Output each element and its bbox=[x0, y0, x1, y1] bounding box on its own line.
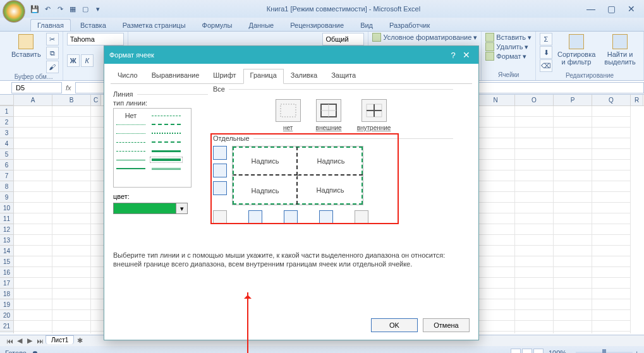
cell[interactable] bbox=[592, 128, 631, 138]
col-header[interactable]: C bbox=[91, 95, 101, 105]
clear-icon[interactable]: ⌫ bbox=[540, 59, 552, 72]
ribbon-tab-data[interactable]: Данные bbox=[241, 19, 281, 31]
cell[interactable] bbox=[554, 289, 592, 299]
cell[interactable] bbox=[477, 310, 515, 321]
cell[interactable] bbox=[477, 106, 515, 117]
cell[interactable] bbox=[14, 203, 52, 213]
cell[interactable] bbox=[52, 117, 91, 128]
ribbon-tab-layout[interactable]: Разметка страницы bbox=[116, 19, 193, 31]
cell[interactable] bbox=[14, 128, 52, 138]
line-style-option[interactable] bbox=[116, 151, 145, 152]
cell[interactable] bbox=[477, 149, 515, 160]
cell[interactable] bbox=[515, 192, 554, 203]
cell[interactable] bbox=[14, 224, 52, 235]
row-header[interactable]: 13 bbox=[0, 235, 14, 246]
cell[interactable] bbox=[554, 278, 592, 289]
cell[interactable] bbox=[554, 203, 592, 213]
cell[interactable] bbox=[592, 299, 631, 310]
name-box[interactable]: D5 bbox=[11, 82, 62, 93]
cell[interactable] bbox=[515, 213, 554, 224]
cell[interactable] bbox=[52, 278, 91, 289]
cell[interactable] bbox=[477, 203, 515, 213]
cell[interactable] bbox=[52, 160, 91, 171]
cell[interactable] bbox=[14, 256, 52, 267]
row-header[interactable]: 11 bbox=[0, 213, 14, 224]
cell[interactable] bbox=[592, 138, 631, 149]
cell[interactable] bbox=[515, 160, 554, 171]
line-style-option[interactable] bbox=[152, 141, 181, 143]
cell[interactable] bbox=[515, 321, 554, 332]
cell[interactable] bbox=[14, 267, 52, 278]
cell[interactable] bbox=[477, 235, 515, 246]
line-style-listbox[interactable]: Нет bbox=[113, 108, 191, 188]
cell[interactable] bbox=[477, 160, 515, 171]
line-style-option[interactable] bbox=[116, 142, 145, 143]
cell[interactable] bbox=[477, 138, 515, 149]
cell[interactable] bbox=[14, 278, 52, 289]
cell[interactable] bbox=[554, 310, 592, 321]
cell[interactable] bbox=[477, 246, 515, 256]
row-header[interactable]: 4 bbox=[0, 138, 14, 149]
cell[interactable] bbox=[52, 321, 91, 332]
color-dropdown-icon[interactable]: ▾ bbox=[176, 203, 188, 214]
line-style-option[interactable] bbox=[152, 116, 181, 116]
paste-button[interactable]: Вставить bbox=[9, 33, 44, 73]
cell[interactable] bbox=[14, 213, 52, 224]
cell[interactable] bbox=[477, 181, 515, 192]
cell[interactable] bbox=[14, 235, 52, 246]
cell[interactable] bbox=[14, 106, 52, 117]
macro-record-icon[interactable]: ⏺ bbox=[32, 349, 39, 353]
cell[interactable] bbox=[515, 235, 554, 246]
row-header[interactable]: 21 bbox=[0, 321, 14, 332]
qat-2-icon[interactable]: ▢ bbox=[80, 3, 91, 15]
format-painter-icon[interactable]: 🖌 bbox=[46, 61, 59, 73]
line-style-option[interactable] bbox=[152, 150, 181, 152]
row-header[interactable]: 9 bbox=[0, 192, 14, 203]
cell[interactable] bbox=[52, 256, 91, 267]
cell[interactable] bbox=[52, 149, 91, 160]
view-layout-icon[interactable] bbox=[522, 349, 532, 353]
cell[interactable] bbox=[592, 192, 631, 203]
cell[interactable] bbox=[477, 289, 515, 299]
line-style-option[interactable] bbox=[152, 124, 181, 125]
cell[interactable] bbox=[477, 224, 515, 235]
zoom-thumb[interactable] bbox=[602, 349, 606, 353]
row-header[interactable]: 3 bbox=[0, 128, 14, 138]
cell[interactable] bbox=[477, 332, 515, 333]
ok-button[interactable]: OK bbox=[371, 318, 418, 332]
cell[interactable] bbox=[477, 213, 515, 224]
cell[interactable] bbox=[515, 289, 554, 299]
sheet-nav-first-icon[interactable]: ⏮ bbox=[5, 337, 14, 345]
sheet-nav-last-icon[interactable]: ⏭ bbox=[35, 337, 44, 345]
dialog-help-icon[interactable]: ? bbox=[447, 51, 459, 60]
cell[interactable] bbox=[52, 192, 91, 203]
cell[interactable] bbox=[52, 171, 91, 181]
cell[interactable] bbox=[554, 181, 592, 192]
cell[interactable] bbox=[52, 267, 91, 278]
cell[interactable] bbox=[515, 149, 554, 160]
redo-icon[interactable]: ↷ bbox=[54, 3, 66, 15]
cell[interactable] bbox=[14, 171, 52, 181]
ribbon-tab-developer[interactable]: Разработчик bbox=[382, 19, 437, 31]
cancel-button[interactable]: Отмена bbox=[423, 318, 470, 332]
select-all-corner[interactable] bbox=[0, 95, 14, 105]
col-header[interactable]: B bbox=[52, 95, 91, 105]
line-style-option[interactable] bbox=[116, 168, 145, 169]
sheet-nav-prev-icon[interactable]: ◀ bbox=[15, 337, 24, 345]
conditional-formatting-button[interactable]: Условное форматирование▾ bbox=[372, 33, 477, 42]
dlg-tab-fill[interactable]: Заливка bbox=[284, 69, 324, 84]
row-header[interactable]: 15 bbox=[0, 256, 14, 267]
cell[interactable] bbox=[592, 117, 631, 128]
preset-none-button[interactable] bbox=[276, 99, 301, 122]
save-icon[interactable]: 💾 bbox=[29, 3, 40, 15]
preset-outline-button[interactable] bbox=[316, 99, 341, 122]
fill-icon[interactable]: ⬇ bbox=[540, 46, 552, 59]
cell[interactable] bbox=[554, 106, 592, 117]
font-family-combo[interactable]: Tahoma bbox=[67, 33, 124, 45]
cell[interactable] bbox=[592, 267, 631, 278]
cell[interactable] bbox=[52, 332, 91, 333]
col-header[interactable]: R bbox=[631, 95, 643, 105]
cell[interactable] bbox=[554, 224, 592, 235]
cell[interactable] bbox=[477, 171, 515, 181]
sheet-nav-next-icon[interactable]: ▶ bbox=[25, 337, 34, 345]
